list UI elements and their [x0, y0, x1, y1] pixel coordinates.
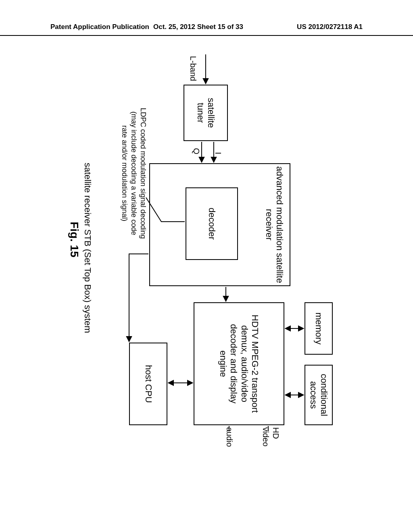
engine-label-2: demux, audio/video	[239, 315, 250, 413]
figure-rotated-container: satellite tuner advanced modulation sate…	[56, 52, 347, 431]
engine-label-1: HDTV MPEG-2 transport	[250, 315, 260, 413]
q-label: Q	[192, 143, 201, 159]
figure-inner: satellite tuner advanced modulation sate…	[56, 52, 347, 431]
engine-box: HDTV MPEG-2 transport demux, audio/video…	[194, 302, 284, 425]
engine-label-4: engine	[218, 315, 228, 413]
ldpc-note-2: (may include decoding a variable code	[129, 97, 138, 250]
conditional-access-box: conditional access	[305, 365, 333, 425]
satellite-tuner-label-1: satellite	[206, 98, 216, 128]
audio-label: audio	[225, 427, 234, 455]
conditional-access-label-1: conditional	[319, 374, 329, 416]
memory-box: memory	[305, 302, 333, 355]
figure-caption-line: satellite receiver STB (Set Top Box) sys…	[82, 161, 93, 335]
memory-label: memory	[313, 312, 324, 344]
i-label: I	[213, 145, 223, 161]
satellite-tuner-box: satellite tuner	[184, 85, 228, 141]
engine-label-3: decoder and display	[228, 315, 239, 413]
video-label: video	[261, 427, 270, 451]
receiver-label-1: advanced modulation satellite	[274, 166, 285, 283]
hd-label: HD	[271, 427, 280, 449]
satellite-tuner-label-2: tuner	[195, 98, 206, 128]
page-header: Patent Application Publication Oct. 25, …	[0, 23, 413, 36]
header-left: Patent Application Publication	[50, 23, 149, 31]
ldpc-note-3: rate and/or modulation signal)	[120, 97, 129, 250]
conditional-access-label-2: access	[308, 374, 319, 416]
decoder-label: decoder	[206, 208, 217, 240]
header-right: US 2012/0272118 A1	[297, 23, 363, 31]
host-cpu-label: host CPU	[143, 365, 153, 403]
header-middle: Oct. 25, 2012 Sheet 15 of 33	[153, 23, 243, 31]
receiver-label-2: receiver	[263, 166, 274, 283]
ldpc-note-1: LDPC coded modulation signal decoding	[139, 97, 147, 250]
lband-label: L-band	[188, 52, 198, 85]
decoder-box: decoder	[186, 187, 238, 260]
host-cpu-box: host CPU	[129, 343, 167, 425]
figure-number: Fig. 15	[68, 222, 81, 258]
